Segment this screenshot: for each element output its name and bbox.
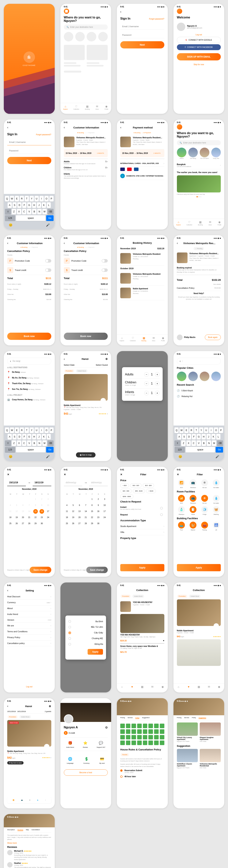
- svg-rect-1: [29, 55, 29, 59]
- guest-selector: 9:41●●● ◈ ■ Adults−1+ ChildrenUnder 12 o…: [117, 351, 168, 461]
- book-button-disabled: Book now: [64, 333, 108, 340]
- back-icon[interactable]: ‹: [7, 126, 8, 129]
- collection-icon: ♡: [75, 105, 78, 108]
- password-input[interactable]: [7, 148, 51, 154]
- app-logo: [24, 52, 35, 63]
- book-again-button[interactable]: Book again: [205, 335, 221, 340]
- listing-detail: 9:41●●● ◈ ■ ‹Hanoi⚙ 15/11/201916/11/2019…: [4, 698, 55, 808]
- search-results: 9:41●●● ◈ ■ ‹Hanoi⚙ Select DateSelect Gu…: [60, 351, 111, 461]
- collection-grid: 9:41●●● ◈ ■ Collection PromotionInstant …: [173, 583, 224, 692]
- logout-link[interactable]: Log out: [177, 34, 221, 36]
- search-popular: 9:41●●● ◈ ■ ‹| Popular Cities Recent Sea…: [173, 351, 224, 461]
- host-button[interactable]: Become a host: [64, 769, 108, 776]
- search-suggest: 9:41●●● ◈ ■ ‹Da nang| ⊙ All Destinations…: [4, 351, 55, 461]
- home-loaded: 9:41●●● ◈ ■ Where do you want to go, Ngu…: [173, 120, 224, 229]
- keyboard[interactable]: QWERTYUIOP ASDFGHJKL ⇧ZXCVBNM⌫ 123spaceG…: [4, 426, 55, 461]
- forgot-link[interactable]: Forgot password?: [149, 18, 164, 20]
- filter-price: 9:41●●● ◈ ■ ✕Filter Price < $10$10 - $15…: [117, 467, 168, 577]
- svg-rect-0: [28, 56, 28, 59]
- search-input[interactable]: 🔍Enter your destination here: [177, 140, 221, 145]
- back-icon[interactable]: ‹: [120, 10, 121, 13]
- welcome-screen: 9:41●●● ◈ ■ Welcome Nguyen Aabc123@gmail…: [173, 4, 224, 114]
- calendar-selected: 9:41●●● ◈ ■ ✕ 15/11/19→16/11/19 November…: [4, 467, 55, 577]
- google-button[interactable]: GCONNECT WITH GOOGLE: [177, 37, 221, 43]
- signin-keyboard: 9:41●●● ◈ ■ ‹ Sign InForgot password? Ne…: [4, 120, 55, 229]
- signup-button[interactable]: SIGN UP WITH EMAIL: [177, 53, 221, 60]
- splash-screen: COZYHOME: [4, 4, 55, 114]
- book-button[interactable]: Book now: [7, 333, 51, 340]
- guest-modal: Adults−1+ ChildrenUnder 12 of age−1+ Inf…: [122, 367, 163, 401]
- filter-facilities: 9:41●●● ◈ ■ ✕Filter 📶Wi-fi 📺Television ❄…: [173, 467, 224, 577]
- promo-toggle[interactable]: [45, 259, 51, 262]
- calendar-empty: 9:41●●● ◈ ■ ✕ dd/mm/yy→dd/mm/yy November…: [60, 467, 111, 577]
- avatar: [177, 23, 185, 31]
- logout-link[interactable]: Log out: [4, 686, 55, 688]
- search-input[interactable]: ‹Da nang|: [7, 358, 51, 365]
- house-rules: 9:41●●● ◈ ■ ‹ PricingServicePolicySugges…: [117, 698, 168, 808]
- save-button[interactable]: Save change: [30, 567, 51, 573]
- intl-card-option[interactable]: INTERNATIONAL CARDS - VISA, MASTER, JCB›: [120, 160, 164, 166]
- password-input[interactable]: [120, 32, 164, 38]
- profile-icon: ◉: [105, 105, 108, 108]
- booking-detail: 9:41●●● ◈ ■ ‹Vinhomes Metropolis Res... …: [173, 235, 224, 345]
- skip-link[interactable]: Skip for now: [177, 63, 221, 66]
- customer-info: 9:41●●● ◈ ■ ‹Customer Information ● Book…: [60, 120, 111, 229]
- apply-button[interactable]: Apply: [120, 564, 164, 571]
- domestic-card-option[interactable]: ✓DOMESTIC ATM CARD / INTERNET BANKING›: [120, 172, 164, 180]
- profile: 9:41●●● ◈ ■ Nguyen A⚙ $0 credit 🎁Invite …: [60, 698, 111, 808]
- payment-screen: 9:41●●● ◈ ■ ‹Payment method ● Booking— ●…: [117, 120, 168, 229]
- svg-rect-2: [30, 56, 30, 59]
- next-button[interactable]: Next: [120, 41, 164, 49]
- search-input[interactable]: 🔍Enter your destination here: [64, 25, 108, 30]
- settings-icon[interactable]: ⚙: [105, 726, 108, 729]
- map-button[interactable]: ▣ See in map: [76, 452, 95, 458]
- inbox-icon: ✉: [95, 105, 99, 108]
- greeting: Where do you want to go, Nguyen?: [64, 16, 108, 23]
- filter-icon[interactable]: ⚙: [105, 358, 108, 361]
- checkout-disabled: 9:41●●● ◈ ■ ‹Customer Information ● Book…: [60, 235, 111, 345]
- keyboard[interactable]: QWERTYUIOP ASDFGHJKL ⇧ZXCVBNM⌫ 123spaceG…: [4, 194, 55, 229]
- booking-icon: ▦: [86, 105, 89, 108]
- collection-list: 9:41●●● ◈ ■ Collection PromotionInstant …: [117, 583, 168, 692]
- booking-history: 9:41●●● ◈ ■ Booking History November 201…: [117, 235, 168, 345]
- home-skeleton: 9:41●●● ◈ ■ Where do you want to go, Ngu…: [60, 4, 111, 114]
- promo-image: [177, 175, 221, 192]
- explore-icon: ⌂: [64, 105, 67, 108]
- credit-icon: $: [7, 267, 13, 273]
- app-logo: [177, 8, 182, 14]
- app-logo: [64, 8, 69, 14]
- reviews: 9:41●●● ◈ ■ DescriptionReviewsMapCancell…: [4, 814, 55, 868]
- close-icon[interactable]: ✕: [7, 473, 9, 476]
- facebook-button[interactable]: fCONNECT WITH FACEBOOK: [177, 44, 221, 50]
- promo-icon: P: [7, 258, 13, 264]
- listing-photo[interactable]: [64, 374, 108, 401]
- tabbar[interactable]: ⌂Explore ♡Collection ▦Booking ✉Inbox ◉Pr…: [60, 103, 111, 113]
- district-modal: 9:41●●● ◈ ■ Ba Đình Bắc Từ Liêm Cầu Giấy…: [60, 583, 111, 692]
- checkout-flexible: 9:41●●● ◈ ■ ‹Customer Information ● Book…: [4, 235, 55, 345]
- signin-screen: 9:41●●● ◈ ■ ‹ Sign InForgot password? Ne…: [117, 4, 168, 114]
- email-input[interactable]: [7, 139, 51, 145]
- suggestions: 9:41●●● ◈ ■ ‹ PricingServicePolicySugges…: [173, 698, 224, 808]
- settings: 9:41●●● ◈ ■ ‹Setting Host Discount› Curr…: [4, 583, 55, 692]
- next-button[interactable]: Next: [7, 157, 51, 164]
- email-input[interactable]: [120, 23, 164, 30]
